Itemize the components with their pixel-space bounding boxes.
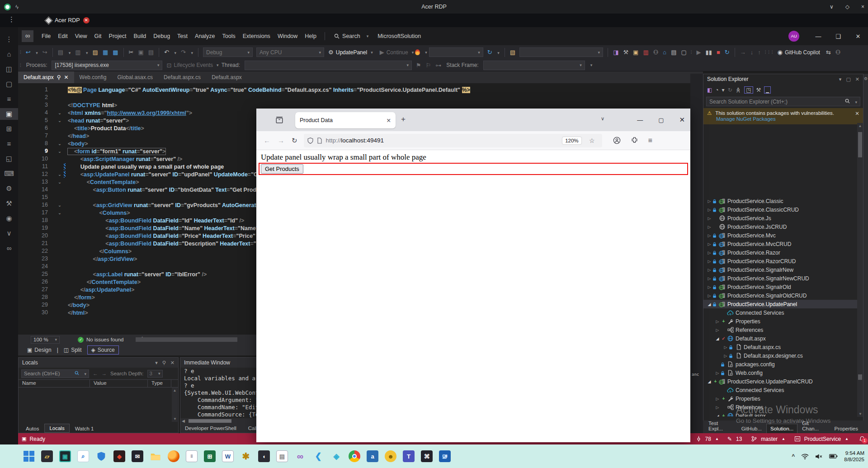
tab-close-icon[interactable]: ✕ bbox=[387, 117, 391, 124]
expander-icon[interactable]: ▷ bbox=[706, 233, 712, 238]
view-source[interactable]: ◈Source bbox=[87, 345, 119, 355]
expander-icon[interactable]: ▷ bbox=[714, 319, 721, 324]
screenshot-icon[interactable]: ▣ bbox=[0, 108, 18, 120]
tree-item-productservice-jscrud[interactable]: ▷ProductService.JsCRUD bbox=[703, 222, 857, 231]
flag-outline-icon[interactable]: ⚐ bbox=[424, 62, 434, 69]
tools-wrench-icon[interactable]: ⚒ bbox=[0, 198, 18, 209]
expander-icon[interactable]: ▷ bbox=[706, 225, 712, 229]
bottom-tab-solution-[interactable]: Solution... bbox=[766, 424, 797, 433]
sync-with-active-document-icon[interactable]: ◳ bbox=[746, 87, 751, 93]
tree-item-productservice-signalroldcrud[interactable]: ▷ProductService.SignalrOldCRUD bbox=[703, 291, 857, 300]
browser-tab[interactable]: Product Data ✕ bbox=[295, 112, 396, 128]
clock[interactable]: 9:54 AM 8/8/2025 bbox=[844, 450, 864, 463]
menu-project[interactable]: Project bbox=[105, 31, 130, 41]
tree-item-references[interactable]: ▷References bbox=[703, 403, 857, 411]
panel-tab-watch-1[interactable]: Watch 1 bbox=[71, 425, 99, 433]
settings-gear-icon[interactable]: ⚙ bbox=[0, 183, 18, 194]
stack-frame-dropdown[interactable]: ▾ bbox=[483, 61, 585, 70]
play-icon[interactable]: ▶ bbox=[694, 49, 703, 56]
close-panel-icon[interactable]: ✕ bbox=[855, 76, 859, 82]
dock-tab-developer-powershell[interactable]: Developer PowerShell bbox=[185, 425, 236, 431]
tracking-shield-icon[interactable] bbox=[307, 137, 313, 144]
tree-item-default-aspx[interactable]: ◢+Default.aspx bbox=[703, 411, 857, 416]
panel-tab-locals[interactable]: Locals bbox=[44, 424, 69, 433]
menu-git[interactable]: Git bbox=[91, 31, 105, 41]
tree-item-properties[interactable]: ▷+Properties bbox=[703, 317, 857, 326]
fold-chevron-icon[interactable]: ⌄ bbox=[56, 201, 63, 209]
expander-icon[interactable]: ▷ bbox=[714, 397, 721, 401]
wifi-icon[interactable] bbox=[801, 454, 809, 459]
step-into-icon[interactable]: ↓ bbox=[748, 49, 756, 56]
expander-icon[interactable]: ◢ bbox=[706, 302, 712, 307]
target-monitor-icon[interactable]: ◨ bbox=[611, 49, 621, 56]
solution-name[interactable]: MicrosoftSolution bbox=[373, 33, 425, 39]
editor-hscroll-thumb[interactable] bbox=[136, 337, 237, 342]
fold-chevron-icon[interactable]: ⌄ bbox=[56, 209, 63, 217]
menu-debug[interactable]: Debug bbox=[150, 31, 174, 41]
gear-icon[interactable]: ⚙ bbox=[863, 76, 868, 81]
manage-nuget-link[interactable]: Manage NuGet Packages bbox=[716, 116, 776, 122]
add-window-icon[interactable]: ◫ bbox=[0, 63, 18, 75]
dropdown-icon[interactable]: ▾ bbox=[722, 87, 725, 93]
people-icon[interactable]: ⚇ bbox=[651, 49, 661, 56]
tree-item-connected-services[interactable]: Connected Services bbox=[703, 308, 857, 317]
save-icon[interactable]: ▦ bbox=[100, 49, 110, 56]
pending-edits-count[interactable]: 13 bbox=[736, 436, 742, 442]
taskbar-app-spreadsheet[interactable]: ⊞ bbox=[201, 447, 219, 465]
apps-grid-icon[interactable]: ⊞ bbox=[0, 123, 18, 135]
git-branch-label[interactable]: master bbox=[761, 436, 778, 442]
paste-icon[interactable]: ▤ bbox=[146, 49, 156, 56]
expander-icon[interactable]: ▷ bbox=[706, 285, 712, 289]
continue-play-icon[interactable]: ▶ bbox=[377, 49, 387, 56]
bottom-tab-properties[interactable]: Properties bbox=[831, 424, 862, 433]
browser-home-icon[interactable]: ⌂ bbox=[660, 49, 669, 56]
taskbar-app-chat[interactable]: ◖ bbox=[255, 447, 273, 465]
fold-chevron-icon[interactable]: ⌄ bbox=[56, 178, 63, 186]
rdp-session-tab[interactable]: Acer RDP ✕ bbox=[43, 14, 93, 26]
stop-icon[interactable]: ■ bbox=[714, 49, 722, 56]
expander-icon[interactable]: ▷ bbox=[706, 259, 712, 264]
panel-dropdown-icon[interactable]: ▾ bbox=[155, 360, 158, 366]
tree-item-productservice-classiccrud[interactable]: ▷ProductService.ClassicCRUD bbox=[703, 205, 857, 214]
record-icon[interactable]: ◉ bbox=[0, 213, 18, 224]
tree-item-web-config[interactable]: ▷Web.config bbox=[703, 369, 857, 377]
menu-analyze[interactable]: Analyze bbox=[191, 31, 218, 41]
step-out-icon[interactable]: ↑ bbox=[755, 49, 763, 56]
github-copilot-label[interactable]: GitHub Copilot bbox=[785, 49, 820, 56]
menu-edit[interactable]: Edit bbox=[54, 31, 71, 41]
fullscreen-icon[interactable]: ▢ bbox=[0, 78, 18, 90]
menu-build[interactable]: Build bbox=[130, 31, 150, 41]
tree-item-properties[interactable]: ▷+Properties bbox=[703, 394, 857, 403]
hscroll-left-arrow[interactable]: ◀ bbox=[182, 419, 185, 423]
list-icon[interactable]: ≡ bbox=[0, 93, 18, 105]
menu-file[interactable]: File bbox=[38, 31, 54, 41]
search-depth-dropdown[interactable]: 3▾ bbox=[147, 370, 163, 378]
fold-chevron-icon[interactable]: ⌄ bbox=[56, 147, 63, 155]
tree-item-productservice-mvc[interactable]: ▷ProductService.Mvc bbox=[703, 231, 857, 240]
locals-grid[interactable]: ▲▼ bbox=[19, 388, 178, 422]
bottom-tab-test-expl-[interactable]: Test Expl... bbox=[705, 419, 737, 433]
library-icon[interactable] bbox=[275, 116, 283, 124]
url-bar[interactable]: http://localhost:49491 120% ☆ bbox=[304, 134, 602, 147]
close-tab-icon[interactable]: ✕ bbox=[64, 74, 69, 80]
copy-icon[interactable]: ▣ bbox=[136, 49, 146, 56]
expander-icon[interactable]: ▷ bbox=[706, 242, 712, 246]
vs-restore-button[interactable]: ❑ bbox=[828, 27, 848, 45]
taskbar-app-diamond-tool[interactable]: ◈ bbox=[327, 447, 345, 465]
rdp-tab-close-icon[interactable]: ✕ bbox=[83, 17, 90, 24]
toolbox-icon[interactable]: ▥ bbox=[641, 49, 651, 56]
tree-item-productservice-razor[interactable]: ▷ProductService.Razor bbox=[703, 248, 857, 257]
tree-item-productservice-signalrnew[interactable]: ▷ProductService.SignalrNew bbox=[703, 265, 857, 274]
expander-icon[interactable]: ▷ bbox=[706, 199, 712, 203]
expander-icon[interactable]: ▷ bbox=[706, 276, 712, 281]
link-icon[interactable]: ∞ bbox=[0, 242, 18, 254]
titlebar-collapse-icon[interactable]: ∨ bbox=[830, 4, 834, 10]
kebab-menu-icon[interactable]: ⋮ bbox=[0, 33, 18, 45]
editor-zoom-dropdown[interactable]: 100 %▾ bbox=[31, 336, 60, 344]
tree-item-productservice-signalrold[interactable]: ▷ProductService.SignalrOld bbox=[703, 283, 857, 291]
navigate-back-icon[interactable]: ↩ ▾ bbox=[24, 49, 40, 56]
taskbar-app-search[interactable]: ⌕ bbox=[74, 447, 92, 465]
account-icon[interactable] bbox=[613, 137, 621, 144]
taskbar-app-debug-tool[interactable]: ◆ bbox=[110, 447, 128, 465]
panel-dropdown-icon[interactable]: ▾ bbox=[839, 76, 842, 82]
